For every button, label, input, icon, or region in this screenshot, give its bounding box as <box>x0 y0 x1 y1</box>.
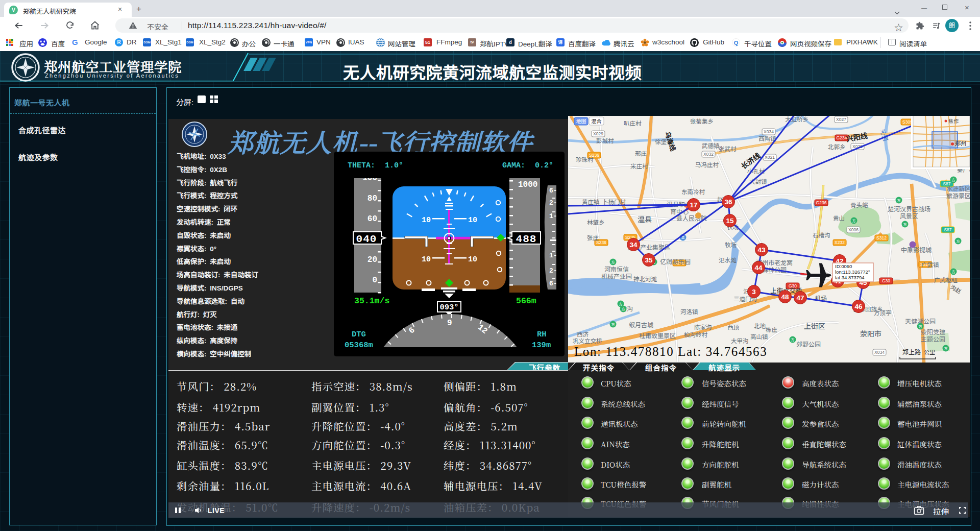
svg-text:北地: 北地 <box>754 323 766 329</box>
svg-text:80: 80 <box>368 194 377 203</box>
svg-text:牧场: 牧场 <box>725 242 737 248</box>
svg-text:彭城村: 彭城村 <box>596 137 614 144</box>
svg-text:荥阳市: 荥阳市 <box>860 330 881 338</box>
svg-text:X034: X034 <box>874 350 885 355</box>
svg-text:G30: G30 <box>882 278 890 283</box>
svg-text:ID:0060: ID:0060 <box>835 263 852 269</box>
svg-text:方: 方 <box>611 323 615 327</box>
svg-text:焦作: 焦作 <box>948 118 959 124</box>
svg-text:2-: 2- <box>549 199 557 207</box>
svg-text:lon:113.326772°: lon:113.326772° <box>835 269 870 275</box>
svg-text:10: 10 <box>468 255 477 264</box>
svg-text:方顶亭: 方顶亭 <box>874 310 892 316</box>
svg-text:柏沟岭村: 柏沟岭村 <box>684 331 707 338</box>
svg-text:方: 方 <box>903 223 907 227</box>
svg-text:05368m: 05368m <box>345 341 373 350</box>
svg-text:张武村: 张武村 <box>719 146 737 152</box>
svg-text:X034: X034 <box>764 129 774 134</box>
svg-text:黄山: 黄山 <box>833 215 845 222</box>
svg-text:S312: S312 <box>876 235 887 240</box>
svg-text:S232: S232 <box>835 240 845 245</box>
svg-text:GAMA:: GAMA: <box>502 161 525 170</box>
svg-text:1-: 1- <box>549 212 557 220</box>
svg-text:0: 0 <box>372 276 377 285</box>
svg-text:西顶: 西顶 <box>727 324 739 330</box>
svg-text:亿润游乐园: 亿润游乐园 <box>660 258 691 266</box>
svg-text:珍珠村: 珍珠村 <box>576 156 594 163</box>
svg-text:中原影视城: 中原影视城 <box>901 247 932 254</box>
svg-text:1-: 1- <box>549 252 557 259</box>
svg-text:高山镇: 高山镇 <box>750 333 768 340</box>
svg-text:混合: 混合 <box>592 118 602 124</box>
svg-text:楚河汉界古战场: 楚河汉界古战场 <box>888 206 930 213</box>
svg-text:汜水滩: 汜水滩 <box>719 257 737 263</box>
svg-text:15: 15 <box>726 217 734 225</box>
svg-text:10: 10 <box>422 216 431 225</box>
svg-text:9: 9 <box>447 319 452 328</box>
svg-text:北郭乡: 北郭乡 <box>828 144 846 150</box>
svg-text:广武枢纽: 广武枢纽 <box>934 277 958 283</box>
svg-text:武德镇: 武德镇 <box>702 142 720 149</box>
svg-text:3: 3 <box>752 288 756 296</box>
svg-text:卜杨门村: 卜杨门村 <box>602 199 626 205</box>
svg-text:广武镇: 广武镇 <box>921 261 939 268</box>
svg-text:主题公园: 主题公园 <box>921 336 945 343</box>
svg-text:旅游景区: 旅游景区 <box>946 192 970 200</box>
svg-text:lat:34.873794: lat:34.873794 <box>835 275 865 280</box>
svg-text:东南冷村: 东南冷村 <box>681 188 705 195</box>
svg-text:郑州: 郑州 <box>955 140 966 147</box>
svg-text:郑上路: 郑上路 <box>902 349 921 356</box>
svg-text:方: 方 <box>952 270 955 274</box>
svg-text:X032: X032 <box>703 152 714 157</box>
svg-text:6-: 6- <box>549 187 557 195</box>
svg-text:石槽沟: 石槽沟 <box>813 232 830 238</box>
svg-text:1000: 1000 <box>518 180 537 189</box>
svg-text:水浒新区: 水浒新区 <box>946 185 970 192</box>
svg-text:X027: X027 <box>836 117 846 122</box>
svg-text:杜甫故里景区: 杜甫故里景区 <box>639 332 676 340</box>
svg-text:G236: G236 <box>816 200 827 205</box>
svg-text:骨头峪: 骨头峪 <box>850 202 868 208</box>
svg-text:郊野公园: 郊野公园 <box>796 341 821 348</box>
svg-text:2-: 2- <box>549 267 557 275</box>
svg-text:35: 35 <box>645 256 653 264</box>
svg-text:040: 040 <box>356 233 377 245</box>
svg-text:THETA:: THETA: <box>348 161 375 170</box>
svg-text:邢庄: 邢庄 <box>635 151 647 157</box>
svg-text:6-: 6- <box>549 280 557 287</box>
svg-text:方: 方 <box>619 302 623 306</box>
svg-text:林肇乡: 林肇乡 <box>587 220 605 226</box>
svg-text:34: 34 <box>629 241 638 249</box>
svg-text:48: 48 <box>781 293 789 301</box>
svg-text:方: 方 <box>611 260 615 264</box>
svg-text:温县: 温县 <box>638 215 652 224</box>
svg-text:风景区: 风景区 <box>900 213 918 220</box>
svg-text:张庄: 张庄 <box>587 235 599 241</box>
svg-text:大甲沟: 大甲沟 <box>731 338 749 344</box>
svg-text:10: 10 <box>468 216 477 225</box>
svg-text:488: 488 <box>516 233 537 245</box>
svg-text:566m: 566m <box>516 296 536 306</box>
svg-text:栋庄: 栋庄 <box>766 326 777 333</box>
svg-text:方: 方 <box>852 219 856 223</box>
svg-text:47: 47 <box>796 294 804 302</box>
svg-text:36: 36 <box>724 198 732 206</box>
svg-text:缑月古城: 缑月古城 <box>629 322 653 329</box>
svg-text:0.2°: 0.2° <box>535 161 553 170</box>
svg-text:方: 方 <box>791 338 795 342</box>
svg-text:兴阳线: 兴阳线 <box>846 131 868 143</box>
svg-text:西济: 西济 <box>577 331 589 337</box>
svg-text:RH: RH <box>537 330 547 339</box>
svg-text:139m: 139m <box>532 341 551 350</box>
svg-text:张菊集乡: 张菊集乡 <box>690 118 714 125</box>
svg-text:35.1m/s: 35.1m/s <box>354 296 389 306</box>
svg-text:方: 方 <box>944 347 948 351</box>
svg-text:方: 方 <box>952 178 955 182</box>
svg-text:神北河滩: 神北河滩 <box>633 276 657 282</box>
svg-text:17: 17 <box>690 201 697 209</box>
svg-text:河洛镇: 河洛镇 <box>680 308 698 315</box>
svg-text:沟赵: 沟赵 <box>949 284 962 295</box>
svg-text:巩义立交桥: 巩义立交桥 <box>573 338 602 344</box>
svg-text:公里: 公里 <box>924 349 935 355</box>
svg-text:河南恒信: 河南恒信 <box>604 266 629 273</box>
